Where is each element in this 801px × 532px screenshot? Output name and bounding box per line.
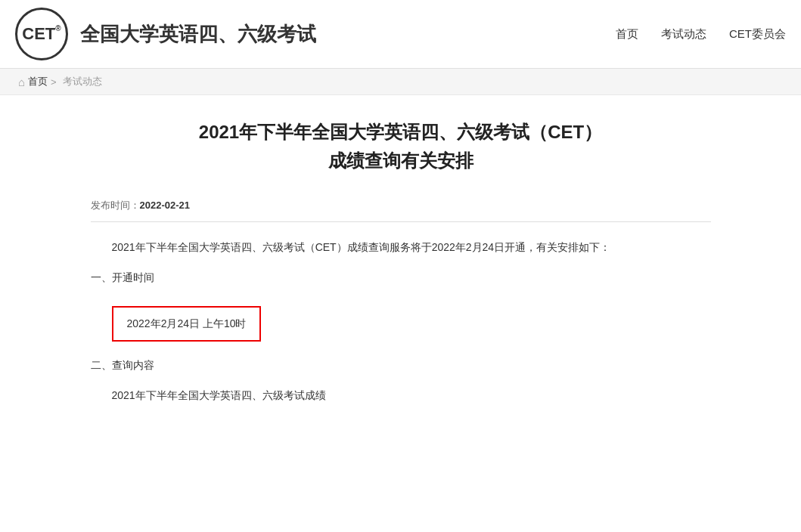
main-content: 2021年下半年全国大学英语四、六级考试（CET） 成绩查询有关安排 发布时间：… [61, 95, 741, 439]
site-title: 全国大学英语四、六级考试 [80, 21, 316, 48]
logo-text: CET [22, 24, 55, 44]
article-body: 2021年下半年全国大学英语四、六级考试（CET）成绩查询服务将于2022年2月… [91, 237, 711, 406]
home-icon: ⌂ [18, 76, 25, 88]
breadcrumb-home-link[interactable]: 首页 [28, 75, 48, 88]
section1-title: 一、开通时间 [91, 268, 711, 288]
breadcrumb: ⌂ 首页 > 考试动态 [0, 69, 801, 95]
publish-info: 发布时间：2022-02-21 [91, 199, 711, 222]
publish-date: 2022-02-21 [140, 200, 191, 211]
article-title-line1: 2021年下半年全国大学英语四、六级考试（CET） [199, 122, 602, 142]
cet-logo: CET® [15, 8, 68, 60]
highlighted-time-box: 2022年2月24日 上午10时 [112, 306, 262, 342]
section2-content: 2021年下半年全国大学英语四、六级考试成绩 [91, 385, 711, 406]
article-title: 2021年下半年全国大学英语四、六级考试（CET） 成绩查询有关安排 [91, 118, 711, 176]
nav-home[interactable]: 首页 [616, 27, 638, 42]
nav-exam-news[interactable]: 考试动态 [661, 27, 706, 42]
nav-cet-committee[interactable]: CET委员会 [729, 27, 786, 42]
logo-registered: ® [55, 24, 61, 32]
breadcrumb-separator: > [51, 76, 57, 88]
logo-container: CET® 全国大学英语四、六级考试 [15, 8, 316, 60]
site-header: CET® 全国大学英语四、六级考试 首页 考试动态 CET委员会 [0, 0, 801, 69]
main-nav: 首页 考试动态 CET委员会 [616, 27, 786, 42]
body-intro: 2021年下半年全国大学英语四、六级考试（CET）成绩查询服务将于2022年2月… [91, 237, 711, 258]
article-title-line2: 成绩查询有关安排 [328, 150, 473, 171]
publish-prefix: 发布时间： [91, 200, 140, 211]
breadcrumb-current: 考试动态 [63, 75, 102, 88]
section2-title: 二、查询内容 [91, 355, 711, 376]
highlighted-time-text: 2022年2月24日 上午10时 [127, 317, 247, 329]
